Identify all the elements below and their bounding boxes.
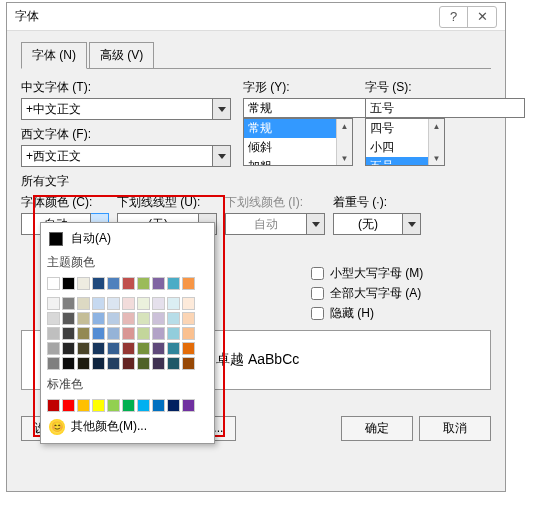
color-swatch[interactable] <box>77 297 90 310</box>
color-swatch[interactable] <box>62 327 75 340</box>
more-colors-row[interactable]: 😊 其他颜色(M)... <box>45 414 210 439</box>
color-swatch[interactable] <box>92 342 105 355</box>
color-swatch[interactable] <box>92 327 105 340</box>
color-swatch[interactable] <box>182 277 195 290</box>
color-swatch[interactable] <box>152 312 165 325</box>
style-listbox[interactable]: 常规 倾斜 加粗 ▲ ▼ <box>243 118 353 166</box>
color-swatch[interactable] <box>107 312 120 325</box>
west-font-input[interactable] <box>21 145 213 167</box>
close-button[interactable]: ✕ <box>468 7 496 27</box>
size-scrollbar[interactable]: ▲ ▼ <box>428 119 444 165</box>
color-swatch[interactable] <box>152 277 165 290</box>
color-swatch[interactable] <box>122 277 135 290</box>
west-font-dropdown-btn[interactable] <box>213 145 231 167</box>
color-swatch[interactable] <box>122 357 135 370</box>
color-swatch[interactable] <box>152 357 165 370</box>
color-swatch[interactable] <box>107 342 120 355</box>
scroll-down-icon[interactable]: ▼ <box>429 151 444 165</box>
color-swatch[interactable] <box>182 357 195 370</box>
color-swatch[interactable] <box>182 399 195 412</box>
color-swatch[interactable] <box>137 399 150 412</box>
color-swatch[interactable] <box>182 312 195 325</box>
color-swatch[interactable] <box>92 312 105 325</box>
auto-color-row[interactable]: 自动(A) <box>45 227 210 250</box>
color-swatch[interactable] <box>77 312 90 325</box>
color-swatch[interactable] <box>47 357 60 370</box>
color-swatch[interactable] <box>92 297 105 310</box>
scroll-down-icon[interactable]: ▼ <box>337 151 352 165</box>
style-option-bold[interactable]: 加粗 <box>244 157 336 166</box>
color-swatch[interactable] <box>167 357 180 370</box>
color-swatch[interactable] <box>167 312 180 325</box>
color-swatch[interactable] <box>152 399 165 412</box>
color-swatch[interactable] <box>47 297 60 310</box>
cancel-button[interactable]: 取消 <box>419 416 491 441</box>
style-input-combo[interactable] <box>243 98 353 118</box>
color-swatch[interactable] <box>92 277 105 290</box>
help-button[interactable]: ? <box>440 7 468 27</box>
color-swatch[interactable] <box>182 342 195 355</box>
color-swatch[interactable] <box>182 297 195 310</box>
color-swatch[interactable] <box>47 327 60 340</box>
all-caps-checkbox-row[interactable]: 全部大写字母 (A) <box>311 285 491 302</box>
hidden-checkbox[interactable] <box>311 307 324 320</box>
size-listbox[interactable]: 四号 小四 五号 ▲ ▼ <box>365 118 445 166</box>
color-swatch[interactable] <box>122 342 135 355</box>
cn-font-input[interactable] <box>21 98 213 120</box>
color-swatch[interactable] <box>62 297 75 310</box>
color-swatch[interactable] <box>152 327 165 340</box>
color-swatch[interactable] <box>62 312 75 325</box>
style-option-italic[interactable]: 倾斜 <box>244 138 336 157</box>
cn-font-dropdown-btn[interactable] <box>213 98 231 120</box>
color-swatch[interactable] <box>107 357 120 370</box>
color-swatch[interactable] <box>122 399 135 412</box>
color-swatch[interactable] <box>107 277 120 290</box>
color-swatch[interactable] <box>152 297 165 310</box>
color-swatch[interactable] <box>167 399 180 412</box>
color-swatch[interactable] <box>137 312 150 325</box>
color-swatch[interactable] <box>47 312 60 325</box>
color-swatch[interactable] <box>107 327 120 340</box>
size-input[interactable] <box>365 98 525 118</box>
emphasis-dropdown-btn[interactable] <box>403 213 421 235</box>
tab-advanced[interactable]: 高级 (V) <box>89 42 154 69</box>
color-swatch[interactable] <box>77 399 90 412</box>
color-swatch[interactable] <box>47 399 60 412</box>
style-option-regular[interactable]: 常规 <box>244 119 336 138</box>
scroll-up-icon[interactable]: ▲ <box>429 119 444 133</box>
color-swatch[interactable] <box>107 297 120 310</box>
color-swatch[interactable] <box>137 297 150 310</box>
all-caps-checkbox[interactable] <box>311 287 324 300</box>
color-swatch[interactable] <box>77 342 90 355</box>
color-swatch[interactable] <box>122 297 135 310</box>
color-swatch[interactable] <box>62 399 75 412</box>
color-swatch[interactable] <box>152 342 165 355</box>
size-input-combo[interactable] <box>365 98 445 118</box>
west-font-combo[interactable] <box>21 145 231 167</box>
hidden-checkbox-row[interactable]: 隐藏 (H) <box>311 305 491 322</box>
color-swatch[interactable] <box>167 327 180 340</box>
color-swatch[interactable] <box>137 327 150 340</box>
color-swatch[interactable] <box>122 312 135 325</box>
color-swatch[interactable] <box>77 327 90 340</box>
size-option-2[interactable]: 五号 <box>366 157 428 166</box>
scroll-up-icon[interactable]: ▲ <box>337 119 352 133</box>
color-swatch[interactable] <box>77 357 90 370</box>
color-swatch[interactable] <box>137 357 150 370</box>
color-swatch[interactable] <box>47 342 60 355</box>
color-swatch[interactable] <box>137 277 150 290</box>
color-swatch[interactable] <box>62 357 75 370</box>
color-swatch[interactable] <box>167 342 180 355</box>
emphasis-combo[interactable]: (无) <box>333 213 421 235</box>
cn-font-combo[interactable] <box>21 98 231 120</box>
color-swatch[interactable] <box>62 342 75 355</box>
color-swatch[interactable] <box>182 327 195 340</box>
color-swatch[interactable] <box>92 399 105 412</box>
small-caps-checkbox[interactable] <box>311 267 324 280</box>
color-swatch[interactable] <box>167 297 180 310</box>
size-option-1[interactable]: 小四 <box>366 138 428 157</box>
tab-font[interactable]: 字体 (N) <box>21 42 87 69</box>
color-swatch[interactable] <box>62 277 75 290</box>
size-option-0[interactable]: 四号 <box>366 119 428 138</box>
color-swatch[interactable] <box>77 277 90 290</box>
